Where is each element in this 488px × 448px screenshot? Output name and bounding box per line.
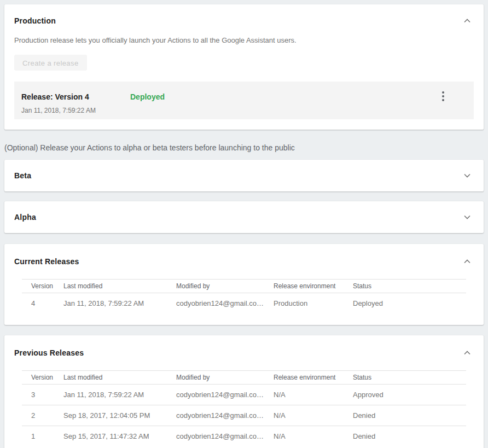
- release-status-badge: Deployed: [130, 92, 165, 101]
- release-menu-button[interactable]: [437, 90, 450, 103]
- table-header-row: Version Last modified Modified by Releas…: [22, 370, 466, 384]
- release-card: Release: Version 4 Deployed Jan 11, 2018…: [14, 82, 474, 119]
- chevron-down-icon: [464, 173, 470, 178]
- previous-releases-header[interactable]: Previous Releases: [4, 346, 484, 359]
- current-releases-card: Current Releases Version Last modified M…: [4, 244, 484, 325]
- beta-title: Beta: [14, 171, 31, 180]
- column-release-environment: Release environment: [274, 370, 353, 384]
- optional-note: (Optional) Release your Actions to alpha…: [4, 143, 484, 152]
- column-last-modified: Last modified: [63, 280, 176, 293]
- release-date: Jan 11, 2018, 7:59:22 AM: [21, 107, 465, 114]
- alpha-card[interactable]: Alpha: [4, 201, 484, 233]
- column-release-environment: Release environment: [274, 280, 353, 293]
- column-version: Version: [22, 370, 63, 384]
- current-releases-table: Version Last modified Modified by Releas…: [22, 279, 466, 314]
- previous-releases-title: Previous Releases: [14, 348, 84, 357]
- chevron-down-icon: [464, 215, 470, 219]
- cell-version: 2: [22, 405, 63, 426]
- cell-modified-by: codyobrien124@gmail.co…: [176, 384, 274, 405]
- cell-last-modified: Sep 18, 2017, 12:04:05 PM: [63, 405, 176, 426]
- current-releases-header[interactable]: Current Releases: [4, 255, 484, 268]
- cell-version: 3: [22, 384, 63, 405]
- cell-status: Deployed: [353, 293, 466, 314]
- cell-status: Denied: [353, 426, 466, 446]
- column-status: Status: [353, 370, 466, 384]
- column-version: Version: [22, 280, 63, 293]
- alpha-expand-button[interactable]: [461, 211, 474, 224]
- create-release-button[interactable]: Create a release: [14, 55, 87, 71]
- beta-card[interactable]: Beta: [4, 160, 484, 191]
- cell-release-environment: N/A: [274, 405, 353, 426]
- previous-releases-card: Previous Releases Version Last modified …: [4, 335, 484, 448]
- production-card: Production Production release lets you o…: [4, 4, 484, 130]
- current-releases-title: Current Releases: [14, 257, 79, 266]
- column-status: Status: [353, 280, 466, 293]
- table-header-row: Version Last modified Modified by Releas…: [22, 280, 466, 293]
- production-header[interactable]: Production: [14, 14, 474, 27]
- cell-status: Denied: [353, 405, 466, 426]
- cell-version: 1: [22, 426, 63, 446]
- previous-releases-table-wrap: Version Last modified Modified by Releas…: [22, 370, 466, 447]
- column-modified-by: Modified by: [176, 370, 274, 384]
- cell-modified-by: codyobrien124@gmail.co…: [176, 426, 274, 446]
- cell-release-environment: N/A: [274, 384, 353, 405]
- releases-page: Production Production release lets you o…: [0, 0, 488, 448]
- production-description: Production release lets you officially l…: [14, 36, 474, 44]
- production-collapse-button[interactable]: [461, 14, 474, 27]
- previous-releases-table: Version Last modified Modified by Releas…: [22, 370, 466, 447]
- cell-last-modified: Sep 15, 2017, 11:47:32 AM: [63, 426, 176, 446]
- column-last-modified: Last modified: [63, 370, 176, 384]
- beta-expand-button[interactable]: [461, 169, 474, 182]
- previous-releases-collapse-button[interactable]: [461, 346, 474, 359]
- cell-release-environment: Production: [274, 293, 353, 314]
- table-row: 4 Jan 11, 2018, 7:59:22 AM codyobrien124…: [22, 293, 466, 314]
- current-releases-collapse-button[interactable]: [461, 255, 474, 268]
- cell-release-environment: N/A: [274, 426, 353, 446]
- chevron-up-icon: [464, 259, 470, 264]
- current-releases-table-wrap: Version Last modified Modified by Releas…: [22, 279, 466, 314]
- more-vert-icon: [442, 91, 444, 101]
- alpha-title: Alpha: [14, 213, 36, 222]
- cell-modified-by: codyobrien124@gmail.co…: [176, 405, 274, 426]
- chevron-up-icon: [464, 351, 470, 355]
- cell-modified-by: codyobrien124@gmail.co…: [176, 293, 274, 314]
- table-row: 3 Jan 11, 2018, 7:59:22 AM codyobrien124…: [22, 384, 466, 405]
- table-row: 1 Sep 15, 2017, 11:47:32 AM codyobrien12…: [22, 426, 466, 446]
- cell-last-modified: Jan 11, 2018, 7:59:22 AM: [63, 384, 176, 405]
- release-title: Release: Version 4: [21, 92, 130, 101]
- cell-version: 4: [22, 293, 63, 314]
- production-title: Production: [14, 16, 56, 25]
- release-line: Release: Version 4 Deployed: [21, 92, 465, 101]
- cell-last-modified: Jan 11, 2018, 7:59:22 AM: [63, 293, 176, 314]
- table-row: 2 Sep 18, 2017, 12:04:05 PM codyobrien12…: [22, 405, 466, 426]
- column-modified-by: Modified by: [176, 280, 274, 293]
- chevron-up-icon: [464, 19, 470, 23]
- cell-status: Approved: [353, 384, 466, 405]
